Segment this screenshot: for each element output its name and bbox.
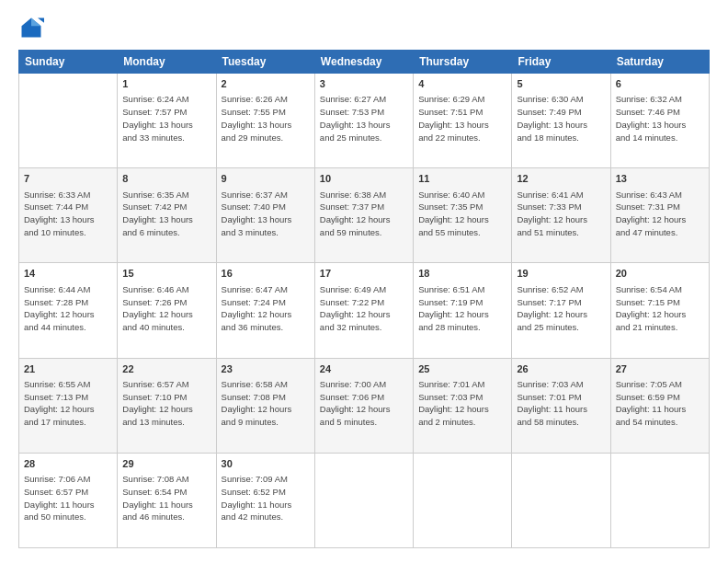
logo-icon [18, 15, 44, 40]
day-info: Sunrise: 6:41 AMSunset: 7:33 PMDaylight:… [517, 189, 605, 239]
day-cell: 28Sunrise: 7:06 AMSunset: 6:57 PMDayligh… [19, 453, 118, 547]
day-number: 22 [122, 362, 210, 376]
day-info: Sunrise: 6:33 AMSunset: 7:44 PMDaylight:… [24, 189, 112, 239]
day-cell: 13Sunrise: 6:43 AMSunset: 7:31 PMDayligh… [610, 168, 709, 263]
day-info: Sunrise: 6:46 AMSunset: 7:26 PMDaylight:… [122, 283, 210, 334]
day-info: Sunrise: 6:57 AMSunset: 7:10 PMDaylight:… [122, 378, 210, 429]
day-cell: 11Sunrise: 6:40 AMSunset: 7:35 PMDayligh… [414, 168, 512, 263]
day-cell: 29Sunrise: 7:08 AMSunset: 6:54 PMDayligh… [118, 453, 216, 547]
day-cell: 23Sunrise: 6:58 AMSunset: 7:08 PMDayligh… [216, 358, 314, 453]
day-number: 27 [616, 362, 704, 376]
day-info: Sunrise: 6:47 AMSunset: 7:24 PMDaylight:… [222, 283, 310, 334]
logo [18, 15, 48, 40]
svg-marker-2 [38, 18, 44, 23]
week-row-4: 21Sunrise: 6:55 AMSunset: 7:13 PMDayligh… [19, 358, 710, 453]
day-cell: 14Sunrise: 6:44 AMSunset: 7:28 PMDayligh… [19, 263, 118, 358]
day-number: 17 [320, 267, 408, 281]
day-cell [414, 453, 512, 547]
day-info: Sunrise: 6:37 AMSunset: 7:40 PMDaylight:… [222, 189, 310, 239]
day-cell: 4Sunrise: 6:29 AMSunset: 7:51 PMDaylight… [414, 74, 512, 168]
day-number: 6 [616, 77, 704, 91]
day-cell: 3Sunrise: 6:27 AMSunset: 7:53 PMDaylight… [314, 74, 413, 168]
day-info: Sunrise: 6:51 AMSunset: 7:19 PMDaylight:… [418, 283, 506, 334]
day-cell: 26Sunrise: 7:03 AMSunset: 7:01 PMDayligh… [512, 358, 610, 453]
day-info: Sunrise: 7:05 AMSunset: 6:59 PMDaylight:… [616, 378, 704, 429]
day-cell: 22Sunrise: 6:57 AMSunset: 7:10 PMDayligh… [118, 358, 216, 453]
day-number: 28 [24, 457, 112, 471]
weekday-header-friday: Friday [512, 51, 610, 74]
day-info: Sunrise: 7:01 AMSunset: 7:03 PMDaylight:… [418, 378, 506, 429]
calendar: SundayMondayTuesdayWednesdayThursdayFrid… [18, 50, 710, 548]
day-info: Sunrise: 6:29 AMSunset: 7:51 PMDaylight:… [418, 93, 506, 144]
week-row-1: 1Sunrise: 6:24 AMSunset: 7:57 PMDaylight… [19, 74, 710, 168]
day-cell: 7Sunrise: 6:33 AMSunset: 7:44 PMDaylight… [19, 168, 118, 263]
day-cell [610, 453, 709, 547]
day-number: 5 [517, 77, 605, 91]
day-number: 14 [24, 267, 112, 281]
day-cell: 19Sunrise: 6:52 AMSunset: 7:17 PMDayligh… [512, 263, 610, 358]
day-info: Sunrise: 6:35 AMSunset: 7:42 PMDaylight:… [122, 189, 210, 239]
week-row-5: 28Sunrise: 7:06 AMSunset: 6:57 PMDayligh… [19, 453, 710, 547]
day-number: 8 [122, 172, 210, 186]
weekday-header-sunday: Sunday [19, 51, 118, 74]
day-cell: 18Sunrise: 6:51 AMSunset: 7:19 PMDayligh… [414, 263, 512, 358]
weekday-header-thursday: Thursday [414, 51, 512, 74]
day-cell: 12Sunrise: 6:41 AMSunset: 7:33 PMDayligh… [512, 168, 610, 263]
day-number: 10 [320, 172, 408, 186]
day-info: Sunrise: 6:24 AMSunset: 7:57 PMDaylight:… [122, 93, 210, 144]
page: SundayMondayTuesdayWednesdayThursdayFrid… [0, 0, 728, 563]
day-info: Sunrise: 6:49 AMSunset: 7:22 PMDaylight:… [320, 283, 408, 334]
day-cell: 16Sunrise: 6:47 AMSunset: 7:24 PMDayligh… [216, 263, 314, 358]
day-number: 11 [418, 172, 506, 186]
day-number: 19 [517, 267, 605, 281]
day-cell: 9Sunrise: 6:37 AMSunset: 7:40 PMDaylight… [216, 168, 314, 263]
day-number: 20 [616, 267, 704, 281]
day-cell: 24Sunrise: 7:00 AMSunset: 7:06 PMDayligh… [314, 358, 413, 453]
day-cell: 1Sunrise: 6:24 AMSunset: 7:57 PMDaylight… [118, 74, 216, 168]
day-cell [512, 453, 610, 547]
day-info: Sunrise: 6:54 AMSunset: 7:15 PMDaylight:… [616, 283, 704, 334]
day-cell [19, 74, 118, 168]
day-info: Sunrise: 6:52 AMSunset: 7:17 PMDaylight:… [517, 283, 605, 334]
day-number: 29 [122, 457, 210, 471]
day-cell: 17Sunrise: 6:49 AMSunset: 7:22 PMDayligh… [314, 263, 413, 358]
day-number: 2 [222, 77, 310, 91]
day-info: Sunrise: 7:09 AMSunset: 6:52 PMDaylight:… [222, 473, 310, 523]
day-cell: 21Sunrise: 6:55 AMSunset: 7:13 PMDayligh… [19, 358, 118, 453]
day-info: Sunrise: 6:27 AMSunset: 7:53 PMDaylight:… [320, 93, 408, 144]
weekday-header-saturday: Saturday [610, 51, 709, 74]
day-number: 15 [122, 267, 210, 281]
day-number: 13 [616, 172, 704, 186]
day-cell: 6Sunrise: 6:32 AMSunset: 7:46 PMDaylight… [610, 74, 709, 168]
day-info: Sunrise: 6:32 AMSunset: 7:46 PMDaylight:… [616, 93, 704, 144]
day-cell [314, 453, 413, 547]
day-number: 18 [418, 267, 506, 281]
weekday-header-tuesday: Tuesday [216, 51, 314, 74]
day-number: 23 [222, 362, 310, 376]
day-info: Sunrise: 6:43 AMSunset: 7:31 PMDaylight:… [616, 189, 704, 239]
week-row-2: 7Sunrise: 6:33 AMSunset: 7:44 PMDaylight… [19, 168, 710, 263]
day-info: Sunrise: 6:30 AMSunset: 7:49 PMDaylight:… [517, 93, 605, 144]
day-number: 26 [517, 362, 605, 376]
day-info: Sunrise: 7:08 AMSunset: 6:54 PMDaylight:… [122, 473, 210, 523]
header [18, 15, 710, 40]
day-info: Sunrise: 7:03 AMSunset: 7:01 PMDaylight:… [517, 378, 605, 429]
day-number: 1 [122, 77, 210, 91]
day-cell: 20Sunrise: 6:54 AMSunset: 7:15 PMDayligh… [610, 263, 709, 358]
weekday-header-row: SundayMondayTuesdayWednesdayThursdayFrid… [19, 51, 710, 74]
day-info: Sunrise: 6:44 AMSunset: 7:28 PMDaylight:… [24, 283, 112, 334]
day-info: Sunrise: 6:58 AMSunset: 7:08 PMDaylight:… [222, 378, 310, 429]
day-number: 12 [517, 172, 605, 186]
day-number: 4 [418, 77, 506, 91]
day-number: 9 [222, 172, 310, 186]
day-cell: 30Sunrise: 7:09 AMSunset: 6:52 PMDayligh… [216, 453, 314, 547]
day-cell: 27Sunrise: 7:05 AMSunset: 6:59 PMDayligh… [610, 358, 709, 453]
day-cell: 15Sunrise: 6:46 AMSunset: 7:26 PMDayligh… [118, 263, 216, 358]
day-cell: 10Sunrise: 6:38 AMSunset: 7:37 PMDayligh… [314, 168, 413, 263]
week-row-3: 14Sunrise: 6:44 AMSunset: 7:28 PMDayligh… [19, 263, 710, 358]
day-number: 30 [222, 457, 310, 471]
day-number: 7 [24, 172, 112, 186]
day-number: 21 [24, 362, 112, 376]
day-number: 16 [222, 267, 310, 281]
day-cell: 8Sunrise: 6:35 AMSunset: 7:42 PMDaylight… [118, 168, 216, 263]
